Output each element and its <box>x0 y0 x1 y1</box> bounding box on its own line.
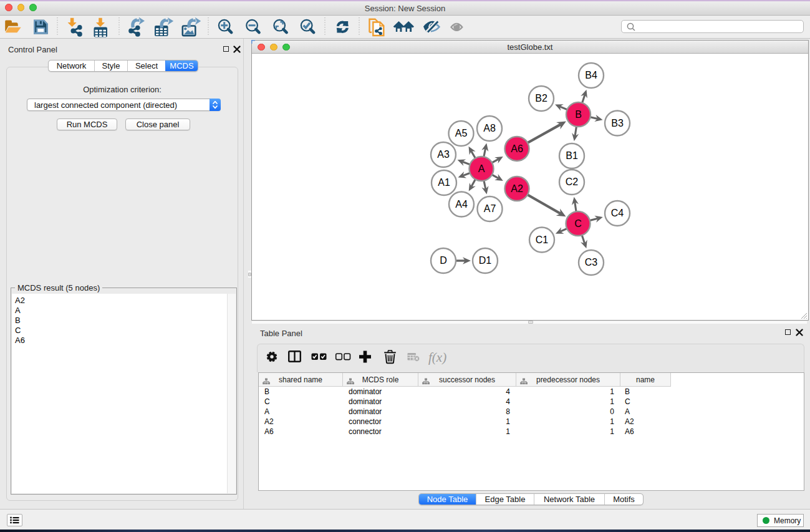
svg-text:C3: C3 <box>585 257 598 268</box>
svg-text:A6: A6 <box>511 143 523 154</box>
svg-text:C: C <box>574 218 582 229</box>
svg-text:C4: C4 <box>611 208 624 218</box>
svg-text:D: D <box>440 255 447 266</box>
svg-text:C2: C2 <box>566 177 579 187</box>
svg-text:A2: A2 <box>511 183 523 194</box>
svg-text:B1: B1 <box>566 150 578 161</box>
svg-text:A5: A5 <box>455 128 468 138</box>
svg-text:A4: A4 <box>455 199 468 210</box>
svg-text:A1: A1 <box>438 177 450 188</box>
svg-text:A3: A3 <box>437 149 450 160</box>
svg-text:C1: C1 <box>536 235 549 245</box>
svg-text:B2: B2 <box>535 93 547 104</box>
svg-text:A7: A7 <box>484 203 496 214</box>
svg-text:B: B <box>575 109 582 120</box>
svg-text:A8: A8 <box>483 123 496 133</box>
svg-text:A: A <box>478 163 485 174</box>
svg-text:D1: D1 <box>479 255 492 266</box>
svg-text:B4: B4 <box>585 70 597 80</box>
svg-text:B3: B3 <box>611 118 624 128</box>
